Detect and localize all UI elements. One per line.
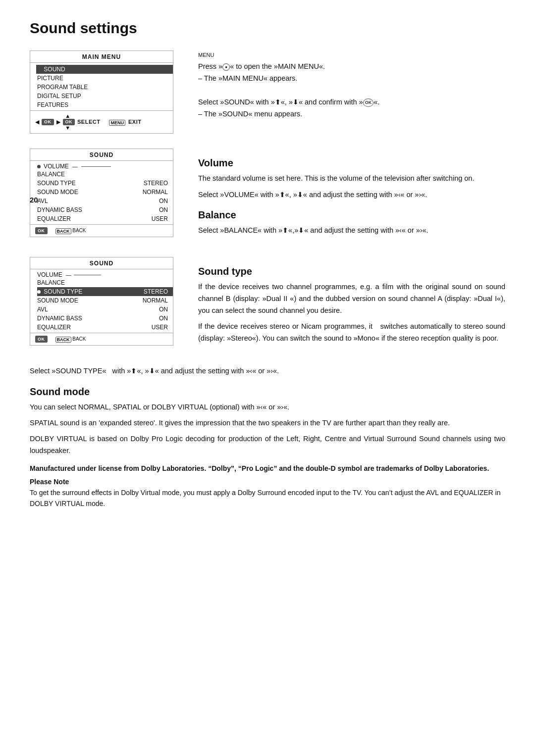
sound-menu1-title: SOUND [30, 149, 173, 161]
instruction-line2: – The »MAIN MENU« appears. [198, 73, 505, 85]
down-nav-icon: ⬇ [297, 191, 303, 199]
sound-mode-para1: You can select NORMAL, SPATIAL or DOLBY … [30, 402, 505, 413]
please-note-text: To get the surround effects in Dolby Vir… [30, 487, 505, 509]
bullet-icon [37, 68, 41, 71]
sound-menu1-col: SOUND VOLUME — BALANCE SOUND TYPE STEREO… [30, 149, 183, 247]
sound-menu1-box: SOUND VOLUME — BALANCE SOUND TYPE STEREO… [30, 149, 173, 237]
main-menu-items: SOUND PICTURE PROGRAM TABLE DIGITAL SETU… [30, 63, 173, 110]
instruction-line3: Select »SOUND« with »⬆«, »⬇« and confirm… [198, 97, 505, 108]
sound-type-item2: SOUND TYPE STEREO [37, 287, 173, 296]
ok-badge-icon: OK [363, 99, 374, 107]
sound-menu1-footer: OK BACK BACK [30, 224, 173, 237]
left-icon3: ‹ [250, 367, 252, 375]
left-icon4: ‹ [261, 403, 263, 411]
volume-item2: VOLUME — [37, 271, 173, 278]
left-arrow-icon: ◀ [35, 119, 39, 125]
sound-mode-para3: DOLBY VIRTUAL is based on Dolby Pro Logi… [30, 433, 505, 457]
instruction-line1: Press »●« to open the »MAIN MENU«. [198, 61, 505, 73]
sound-section-area: SOUND VOLUME — BALANCE SOUND TYPE STEREO… [30, 149, 505, 247]
ok-btn-sm: OK [35, 227, 48, 234]
ok-button: OK [42, 119, 54, 125]
equalizer-item: EQUALIZER USER [37, 214, 173, 223]
menu-item-features: FEATURES [37, 101, 173, 109]
sound-type-text-col: Sound type If the device receives two ch… [198, 257, 505, 355]
exit-row: MENU EXIT [109, 119, 141, 125]
menu-item-digital-setup: DIGITAL SETUP [37, 92, 173, 101]
menu-icon: MENU [109, 120, 125, 126]
left-hand-icon: ‹ [398, 191, 401, 199]
balance-item: BALANCE [37, 170, 173, 179]
sound-mode-item: SOUND MODE NORMAL [37, 188, 173, 197]
ok-btn-sm2: OK [35, 336, 48, 343]
down-arrow-icon: ▼ [65, 125, 70, 131]
balance-item2: BALANCE [37, 278, 173, 287]
sound-mode-item2: SOUND MODE NORMAL [37, 296, 173, 305]
page-number: 20 [30, 196, 38, 204]
dynamic-bass-item2: DYNAMIC BASS ON [37, 314, 173, 323]
volume-para1: The standard volume is set here. This is… [198, 173, 505, 184]
right-arrow-icon: ▶ [56, 119, 60, 125]
circle-icon: ● [222, 63, 230, 71]
sound-type-para1: If the device receives two channel progr… [198, 281, 505, 317]
menu-item-picture: PICTURE [37, 74, 173, 83]
volume-para2: Select »VOLUME« with »⬆«, »⬇« and adjust… [198, 189, 505, 201]
exit-label: EXIT [128, 119, 141, 125]
menu-label: MENU [198, 50, 505, 59]
sound-menu1-items: VOLUME — BALANCE SOUND TYPE STEREO SOUND… [30, 161, 173, 224]
top-instructions: MENU Press »●« to open the »MAIN MENU«. … [198, 50, 505, 144]
volume-item: VOLUME — [37, 163, 173, 170]
back-icon: BACK [55, 228, 71, 234]
volume-label: VOLUME [44, 163, 69, 170]
nav-prev-icon: ⬆ [275, 98, 281, 106]
up-nav-icon: ⬆ [279, 191, 285, 199]
sound-type-area: SOUND VOLUME — BALANCE SOUND TYPE STEREO… [30, 257, 505, 355]
right-icon3: › [270, 367, 273, 375]
back-label2: BACK BACK [55, 336, 86, 342]
sound-menu2-footer: OK BACK BACK [30, 333, 173, 345]
nav-arrows: ▲ ◀ OK ▶ OK SELECT ▼ [35, 113, 100, 131]
sound-type-bullet [37, 290, 41, 294]
sound-menu2-items: VOLUME — BALANCE SOUND TYPE STEREO SOUND… [30, 269, 173, 333]
balance-para1: Select »BALANCE« with »⬆«,»⬇« and adjust… [198, 225, 505, 236]
please-note-title: Please Note [30, 478, 505, 486]
sound-menu2-title: SOUND [30, 257, 173, 269]
main-menu-box: MAIN MENU SOUND PICTURE PROGRAM TABLE DI… [30, 50, 173, 134]
up-nav-icon3: ⬆ [131, 367, 137, 375]
volume-bar: — [72, 163, 78, 169]
page-title: Sound settings [30, 20, 505, 37]
up-arrow-icon: ▲ [65, 113, 70, 119]
avl-item: AVL ON [37, 197, 173, 205]
sound-type-select-line: Select »SOUND TYPE« with »⬆«, »⬇« and ad… [30, 365, 505, 377]
top-section: MAIN MENU SOUND PICTURE PROGRAM TABLE DI… [30, 50, 505, 144]
back-label: BACK BACK [55, 228, 86, 233]
equalizer-item2: EQUALIZER USER [37, 323, 173, 332]
right-hand-icon: › [419, 191, 421, 199]
avl-item2: AVL ON [37, 305, 173, 314]
sound-type-para2: If the device receives stereo or Nicam p… [198, 321, 505, 345]
volume-bar2: — [66, 272, 71, 278]
sound-mode-title: Sound mode [30, 386, 505, 398]
sound-type-label: SOUND TYPE [37, 288, 82, 295]
down-nav-icon2: ⬇ [298, 226, 304, 234]
main-menu-title: MAIN MENU [30, 51, 173, 63]
sound-mode-area: Sound mode You can select NORMAL, SPATIA… [30, 386, 505, 509]
volume-title: Volume [198, 157, 505, 169]
sound-menu2-box: SOUND VOLUME — BALANCE SOUND TYPE STEREO… [30, 257, 173, 346]
right-icon2: › [420, 226, 423, 234]
sound-type-title: Sound type [198, 266, 505, 277]
balance-title: Balance [198, 209, 505, 221]
main-menu-area: MAIN MENU SOUND PICTURE PROGRAM TABLE DI… [30, 50, 183, 144]
menu-item-program-table: PROGRAM TABLE [37, 83, 173, 92]
right-icon4: › [281, 403, 283, 411]
dynamic-bass-item: DYNAMIC BASS ON [37, 205, 173, 214]
volume-bullet [37, 165, 41, 168]
sound-mode-para2: SPATIAL sound is an 'expanded stereo'. I… [30, 417, 505, 429]
down-nav-icon3: ⬇ [149, 367, 155, 375]
menu-item-sound: SOUND [36, 65, 173, 74]
dolby-note: Manufactured under license from Dolby La… [30, 463, 505, 474]
main-menu-footer: ▲ ◀ OK ▶ OK SELECT ▼ MENU EXIT [30, 110, 173, 133]
sound-type-item: SOUND TYPE STEREO [37, 179, 173, 188]
nav-next-icon: ⬇ [293, 98, 299, 106]
sound-menu2-col: SOUND VOLUME — BALANCE SOUND TYPE STEREO… [30, 257, 183, 355]
back-icon2: BACK [55, 337, 71, 343]
